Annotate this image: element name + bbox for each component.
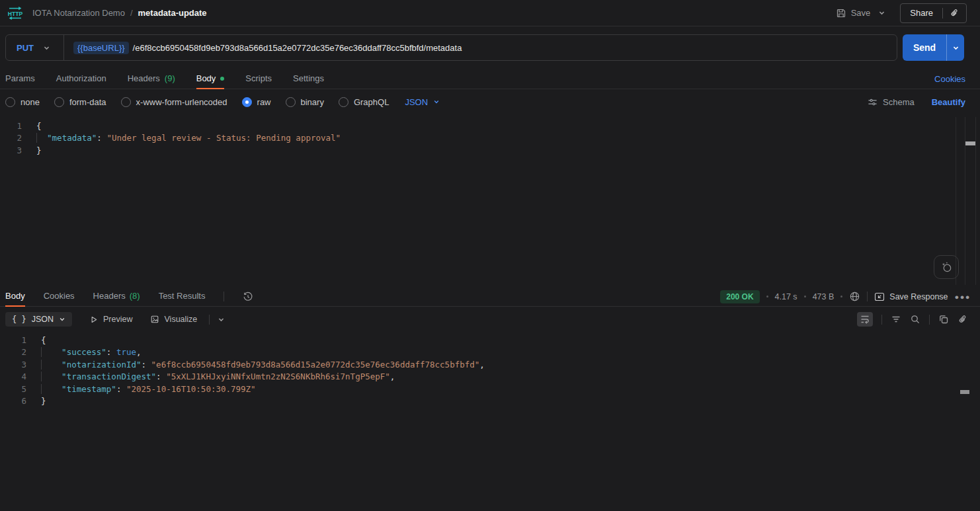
tab-authorization[interactable]: Authorization (56, 69, 106, 89)
response-format-label: JSON (32, 315, 54, 324)
radio-form-data[interactable] (54, 97, 64, 107)
response-tab-headers[interactable]: Headers (8) (93, 287, 140, 307)
mode-form-data-label: form-data (69, 97, 106, 107)
visualize-button[interactable]: Visualize (150, 315, 198, 324)
status-badge[interactable]: 200 OK (720, 290, 759, 303)
mode-binary[interactable]: binary (286, 97, 324, 107)
response-toolbar: { } JSON Preview Visualize (0, 310, 980, 329)
response-history-icon[interactable] (243, 292, 253, 302)
code-line: 3} (0, 145, 954, 157)
response-scrollbar-thumb[interactable] (960, 390, 969, 394)
mode-urlencoded[interactable]: x-www-form-urlencoded (121, 97, 227, 107)
response-tab-cookies[interactable]: Cookies (44, 287, 75, 307)
divider (209, 315, 210, 325)
save-response-button[interactable]: Save Response (874, 292, 948, 302)
language-selector[interactable]: JSON (405, 97, 440, 107)
schema-label: Schema (883, 97, 915, 107)
code-text: { (26, 334, 46, 346)
response-time[interactable]: 4.17 s (775, 292, 797, 301)
response-size[interactable]: 473 B (813, 292, 835, 301)
radio-graphql[interactable] (339, 97, 348, 107)
code-line: 6} (0, 395, 954, 407)
line-number: 2 (0, 346, 26, 358)
search-icon[interactable] (910, 314, 920, 325)
postbot-ai-button[interactable] (934, 255, 959, 279)
mode-raw[interactable]: raw (242, 97, 271, 107)
share-button[interactable]: Share (901, 8, 942, 18)
beautify-button[interactable]: Beautify (932, 97, 965, 107)
send-button[interactable]: Send (903, 34, 946, 61)
visualize-options-chevron-icon[interactable] (218, 316, 225, 323)
url-input[interactable]: {{baseURL}} /e6f8ccb6950458fd9eb793d8a56… (64, 42, 897, 54)
code-line: 3 "notarizationId": "e6f8ccb6950458fd9eb… (0, 359, 954, 371)
copy-icon[interactable] (938, 314, 949, 325)
method-chevron-icon[interactable] (43, 44, 50, 52)
code-line: 5 "timestamp": "2025-10-16T10:50:30.799Z… (0, 383, 954, 395)
more-options-icon[interactable]: ●●● (955, 293, 971, 301)
mode-raw-label: raw (257, 97, 271, 107)
method-selector[interactable]: PUT (6, 43, 43, 53)
code-line: 4 "transactionDigest": "5xXLJ1KHJxyiNNfx… (0, 371, 954, 383)
response-format-selector[interactable]: { } JSON (5, 312, 72, 327)
copy-link-icon[interactable] (943, 8, 966, 18)
divider (224, 292, 224, 301)
editor-scrollbar-thumb[interactable] (965, 141, 975, 145)
divider (929, 315, 930, 325)
radio-none[interactable] (5, 97, 15, 107)
tab-headers[interactable]: Headers (9) (128, 69, 175, 89)
tab-scripts[interactable]: Scripts (245, 69, 272, 89)
response-toolbar-actions (857, 312, 980, 327)
top-bar: HTTP IOTA Notarization Demo / metadata-u… (0, 0, 980, 26)
url-variable-chip[interactable]: {{baseURL}} (73, 42, 129, 54)
code-text: "transactionDigest": "5xXLJ1KHJxyiNNfxUm… (26, 371, 395, 383)
line-number: 2 (0, 132, 22, 144)
visualize-label: Visualize (165, 315, 198, 324)
request-tabs: Params Authorization Headers (9) Body Sc… (0, 69, 980, 89)
line-number: 6 (0, 395, 26, 407)
line-number: 1 (0, 334, 26, 346)
tab-body-label: Body (196, 73, 216, 83)
chevron-down-icon (433, 98, 440, 105)
mode-graphql[interactable]: GraphQL (339, 97, 389, 107)
network-globe-icon[interactable] (849, 291, 860, 302)
radio-urlencoded[interactable] (121, 97, 131, 107)
body-mode-actions: Schema Beautify (868, 92, 965, 112)
mode-form-data[interactable]: form-data (54, 97, 106, 107)
sparkle-bot-icon (940, 261, 953, 274)
save-button[interactable]: Save (836, 8, 871, 19)
breadcrumb-collection[interactable]: IOTA Notarization Demo (32, 8, 125, 18)
response-tab-test-results[interactable]: Test Results (159, 287, 206, 307)
cookies-link[interactable]: Cookies (934, 69, 965, 89)
filter-icon[interactable] (891, 314, 901, 325)
response-tab-body[interactable]: Body (5, 287, 25, 307)
mode-none[interactable]: none (5, 97, 40, 107)
braces-icon: { } (12, 315, 26, 324)
code-line: 1{ (0, 120, 954, 132)
tab-body[interactable]: Body (196, 69, 225, 89)
response-body-editor[interactable]: 1{2 "success": true,3 "notarizationId": … (0, 334, 954, 510)
save-options-chevron-icon[interactable] (878, 9, 885, 17)
code-text: "timestamp": "2025-10-16T10:50:30.799Z" (26, 383, 256, 395)
divider (881, 315, 882, 325)
preview-button[interactable]: Preview (89, 315, 132, 324)
link-icon[interactable] (958, 314, 968, 325)
line-number: 5 (0, 383, 26, 395)
tab-params[interactable]: Params (5, 69, 35, 89)
code-text: "notarizationId": "e6f8ccb6950458fd9eb79… (26, 359, 485, 371)
code-line: 2 "success": true, (0, 346, 954, 358)
request-body-editor[interactable]: 1{2 "metadata": "Under legal review - St… (0, 120, 954, 286)
wrap-text-icon[interactable] (857, 312, 873, 327)
code-line: 1{ (0, 334, 954, 346)
dot-separator (804, 295, 806, 297)
preview-label: Preview (103, 315, 132, 324)
tab-settings[interactable]: Settings (293, 69, 324, 89)
headers-count-badge: (9) (165, 73, 175, 83)
send-options-chevron-icon[interactable] (946, 34, 964, 61)
top-bar-actions: Save Share (836, 3, 967, 23)
schema-button[interactable]: Schema (868, 97, 915, 107)
breadcrumb-request-name[interactable]: metadata-update (138, 8, 207, 18)
radio-binary[interactable] (286, 97, 296, 107)
code-text: "success": true, (26, 346, 142, 358)
mode-graphql-label: GraphQL (354, 97, 389, 107)
radio-raw-selected[interactable] (242, 97, 252, 107)
